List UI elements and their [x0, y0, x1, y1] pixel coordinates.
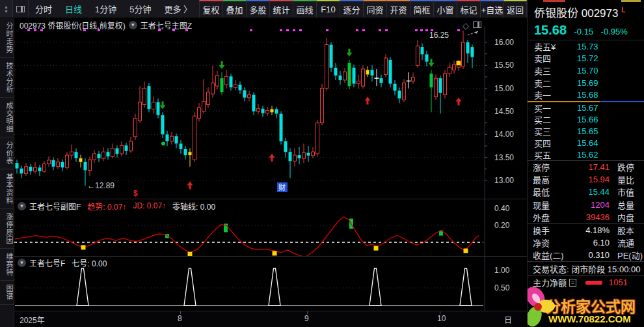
- stat-row: 最高15.94量比: [528, 173, 644, 186]
- sidebar-item-2[interactable]: 成交明细: [0, 98, 14, 137]
- period-tab-1[interactable]: 日线: [59, 0, 88, 18]
- svg-text:15.00: 15.00: [494, 84, 514, 93]
- scroll-up-icon[interactable]: ▲: [4, 5, 8, 9]
- order-row[interactable]: 买五15.62: [528, 149, 644, 160]
- indicator-panel-1: ▾ 王者七号副图F 趋势: 0.07↑ JD: 0.07↑ 零轴线: 0.00 …: [14, 199, 527, 256]
- sidebar-item-0[interactable]: 分时走势: [0, 18, 14, 58]
- svg-text:15.50: 15.50: [494, 61, 514, 70]
- candlestick-chart[interactable]: 16.0015.5015.0014.5014.0013.5013.0016.25…: [14, 26, 527, 201]
- sub2-name: 王者七号F: [29, 257, 65, 268]
- flower-logo-icon: [527, 283, 561, 327]
- stock-name: 侨银股份 002973 L: [528, 0, 644, 20]
- chart-area: 002973 侨银股份(日线,前复权) ▾ 王者七号主图Z ◇ 16.0015.…: [14, 18, 527, 327]
- chevron-down-icon[interactable]: ▾: [129, 21, 137, 29]
- date-tick: [180, 311, 181, 314]
- date-tick: [307, 311, 308, 314]
- svg-text:16.00: 16.00: [494, 38, 514, 47]
- toolbar-button-F10[interactable]: F10: [316, 0, 340, 18]
- order-row[interactable]: 卖三15.70: [528, 64, 644, 77]
- stats-block-1: 涨停17.41跌停最高15.94量比最低15.44市值现量1204总量外盘394…: [528, 161, 644, 223]
- stats-block-2: 换手4.18%股本净资6.10流通收益(二)0.310PE(动): [528, 224, 644, 262]
- stat-row: 最低15.44市值: [528, 186, 644, 198]
- toolbar-button-叠加[interactable]: 叠加: [222, 0, 246, 18]
- main-chart-title: 002973 侨银股份(日线,前复权): [20, 20, 126, 31]
- stat-row: 涨停17.41跌停: [528, 161, 644, 173]
- toolbar-button-统计[interactable]: 统计: [269, 0, 293, 18]
- order-row[interactable]: 卖五¥15.73: [528, 40, 644, 53]
- order-row[interactable]: 买四15.64: [528, 137, 644, 149]
- period-tabs: 分时日线1分钟5分钟更多 〉: [29, 0, 198, 18]
- pane-window-icon[interactable]: [473, 21, 481, 28]
- sub1-name: 王者七号副图F: [29, 201, 81, 212]
- toolbar-button-画线[interactable]: 画线: [293, 0, 316, 18]
- svg-text:←12.89: ←12.89: [87, 181, 114, 190]
- date-label-1: 8: [178, 314, 182, 323]
- date-label-0: 2025年: [20, 314, 45, 325]
- order-row[interactable]: 买三15.65: [528, 126, 644, 137]
- diamond-icon[interactable]: ◇: [463, 21, 473, 31]
- period-tab-0[interactable]: 分时: [29, 0, 59, 18]
- price-row: 15.68 -0.15 -0.95%: [528, 20, 644, 40]
- svg-text:0.40: 0.40: [494, 204, 510, 213]
- main-chart-header: 002973 侨银股份(日线,前复权) ▾ 王者七号主图Z: [14, 18, 485, 31]
- sidebar-item-6[interactable]: 维赛特: [0, 249, 14, 281]
- toolbar-button-标记[interactable]: 标记: [457, 0, 480, 18]
- date-axis[interactable]: 2025年8910日: [14, 311, 527, 327]
- toolbar-button-小窗[interactable]: 小窗: [433, 0, 457, 18]
- toolbar-button-复权[interactable]: 复权: [199, 0, 222, 18]
- toolbar-button-+自选[interactable]: +自选: [480, 0, 503, 18]
- toolbar-button-开资[interactable]: 开资: [386, 0, 410, 18]
- svg-text:财: 财: [278, 183, 286, 192]
- stat-row: 收益(二)0.310PE(动): [528, 249, 644, 261]
- sidebar-item-5[interactable]: 涨停原因: [0, 209, 14, 249]
- chevron-down-icon[interactable]: ▾: [18, 259, 26, 267]
- window-layout-icon[interactable]: [13, 0, 29, 18]
- sidebar-item-7[interactable]: 图谱: [0, 281, 14, 305]
- sidebar-item-1[interactable]: 技术分析: [0, 58, 14, 98]
- indicator-panel-2: ▾ 王者七号F 七号: 0.00 1.000.50: [14, 256, 527, 311]
- scroll-arrows[interactable]: ▲ ▼: [0, 0, 13, 18]
- toolbar-button-逐分[interactable]: 逐分: [340, 0, 363, 18]
- order-row[interactable]: 买二15.66: [528, 114, 644, 126]
- topbar-color-ticks: [527, 0, 644, 2]
- margin-flag: L: [621, 7, 625, 14]
- toolbar-button-多股[interactable]: 多股: [246, 0, 269, 18]
- detail-icon[interactable]: ≡: [569, 279, 576, 287]
- bid-queue: 买一15.67买二15.66买三15.65买四15.64买五15.62: [528, 102, 644, 160]
- period-tab-2[interactable]: 1分钟: [88, 0, 123, 18]
- toolbar-button-简框[interactable]: 简框: [410, 0, 433, 18]
- order-row[interactable]: 卖二15.69: [528, 77, 644, 89]
- scroll-down-icon[interactable]: ▼: [4, 9, 8, 14]
- trading-terminal: ▲ ▼ 分时日线1分钟5分钟更多 〉 复权叠加多股统计画线F10逐分同资开资简框…: [0, 0, 644, 327]
- date-tick: [440, 311, 440, 314]
- trading-status: 交易状态: 闭市阶段 15:00:00: [528, 262, 644, 275]
- svg-text:$: $: [133, 189, 138, 198]
- price-change-pct: -0.95%: [601, 27, 628, 36]
- sidebar-item-4[interactable]: 基本资料: [0, 169, 14, 209]
- svg-text:0.50: 0.50: [494, 283, 510, 292]
- sub1-param-jd: JD: 0.07↑: [133, 201, 166, 210]
- svg-text:13.00: 13.00: [494, 176, 514, 185]
- stat-row: 换手4.18%股本: [528, 224, 644, 236]
- stat-row: 净资6.10流通: [528, 236, 644, 249]
- period-tab-4[interactable]: 更多 〉: [158, 0, 199, 18]
- toolbar-button-同资[interactable]: 同资: [363, 0, 386, 18]
- svg-text:14.50: 14.50: [494, 107, 514, 116]
- toolbar-buttons: 复权叠加多股统计画线F10逐分同资开资简框小窗标记+自选返回: [199, 0, 527, 18]
- main-force-value: 1051: [609, 277, 628, 287]
- order-row[interactable]: 买一15.67: [528, 102, 644, 114]
- svg-text:14.00: 14.00: [494, 130, 514, 139]
- svg-text:16.25: 16.25: [429, 31, 449, 40]
- toolbar-button-返回[interactable]: 返回: [503, 0, 527, 18]
- price-change: -0.15: [574, 27, 594, 36]
- order-row[interactable]: 卖四15.72: [528, 53, 644, 65]
- period-tab-3[interactable]: 5分钟: [123, 0, 157, 18]
- order-row[interactable]: 卖一15.68: [528, 89, 644, 101]
- sub2-param: 七号: 0.00: [72, 257, 107, 268]
- site-logo: 分析家公式网 WWW.70822.COM: [528, 289, 644, 327]
- sidebar-item-3[interactable]: 分价表: [0, 137, 14, 169]
- main-overlay-label: 王者七号主图Z: [141, 20, 192, 31]
- sub1-param-trend: 趋势: 0.07↑: [87, 201, 126, 212]
- date-label-3: 10: [437, 314, 446, 323]
- chevron-down-icon[interactable]: ▾: [18, 202, 26, 210]
